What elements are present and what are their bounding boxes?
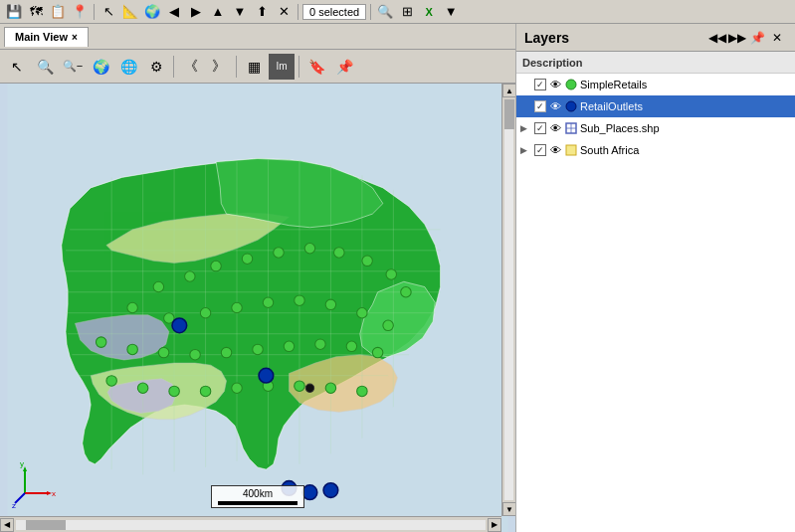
map-svg — [0, 84, 515, 532]
tool-arrow[interactable]: ↖ — [4, 54, 30, 80]
svg-point-63 — [305, 384, 313, 392]
map-view[interactable]: y x z 400km ▲ ▼ — [0, 84, 515, 532]
toolbar-icon-arrow-up[interactable]: ▲ — [208, 2, 228, 22]
tool-globe-full[interactable]: 🌐 — [115, 54, 141, 80]
layers-panel: Layers ◀◀ ▶▶ 📌 ✕ Description ✓ 👁 Simple — [516, 24, 795, 532]
layers-forward-button[interactable]: ▶▶ — [727, 28, 747, 48]
toolbar-icon-table[interactable]: ⊞ — [397, 2, 417, 22]
layers-header: Layers ◀◀ ▶▶ 📌 ✕ — [516, 24, 795, 52]
svg-point-34 — [263, 297, 273, 307]
svg-point-30 — [127, 302, 137, 312]
tool-settings[interactable]: ⚙ — [143, 54, 169, 80]
layer-visibility-retailoutlets[interactable]: 👁 — [548, 99, 562, 113]
main-view-tab-label: Main View — [15, 31, 68, 43]
svg-text:y: y — [20, 459, 24, 468]
separator-2 — [298, 4, 298, 20]
svg-point-32 — [200, 308, 210, 318]
layers-close-button[interactable]: ✕ — [767, 28, 787, 48]
scroll-down-button[interactable]: ▼ — [502, 502, 515, 516]
toolbar-icon-arrow-down[interactable]: ▼ — [230, 2, 250, 22]
tool-zoom-in[interactable]: 🔍 — [32, 54, 58, 80]
toolbar-icon-arrow-right[interactable]: ▶ — [186, 2, 206, 22]
scroll-track-horizontal[interactable] — [16, 520, 486, 530]
layers-title: Layers — [524, 30, 707, 46]
layers-list: ✓ 👁 SimpleRetails ✓ 👁 RetailOutlets — [516, 74, 795, 532]
svg-point-49 — [106, 376, 116, 386]
layers-column-header: Description — [516, 52, 795, 74]
tools-sep-3 — [298, 56, 299, 78]
map-panel: Main View × ↖ 🔍 🔍− 🌍 🌐 ⚙ 《 》 ▦ Im 🔖 📌 — [0, 24, 516, 532]
svg-point-48 — [372, 347, 382, 357]
tool-bookmark[interactable]: 🔖 — [303, 54, 329, 80]
map-scrollbar-horizontal[interactable]: ◀ ▶ — [0, 516, 501, 532]
separator-3 — [370, 4, 371, 20]
svg-point-28 — [386, 269, 396, 279]
layers-back-button[interactable]: ◀◀ — [707, 28, 727, 48]
svg-point-37 — [357, 308, 367, 318]
tool-globe-zoom[interactable]: 🌍 — [88, 54, 113, 80]
scroll-thumb-horizontal[interactable] — [26, 520, 66, 530]
svg-point-55 — [295, 381, 304, 391]
toolbar-icon-layers[interactable]: 📋 — [48, 2, 68, 22]
layer-expand-subplaces: ▶ — [520, 123, 532, 133]
toolbar-icon-cursor[interactable]: ↖ — [99, 2, 118, 22]
layer-item-simpleretails[interactable]: ✓ 👁 SimpleRetails — [516, 74, 795, 95]
layer-symbol-subplaces — [564, 121, 578, 135]
scroll-up-button[interactable]: ▲ — [502, 84, 515, 97]
layer-name-simpleretails: SimpleRetails — [580, 79, 791, 90]
layer-item-subplaces[interactable]: ▶ ✓ 👁 Sub_Places.shp — [516, 117, 795, 139]
layer-item-retailoutlets[interactable]: ✓ 👁 RetailOutlets — [516, 95, 795, 117]
toolbar-icon-identify[interactable]: 🔍 — [375, 2, 395, 22]
layer-visibility-southafrica[interactable]: 👁 — [548, 143, 562, 157]
svg-line-70 — [15, 493, 25, 503]
map-scrollbar-vertical[interactable]: ▲ ▼ — [501, 84, 515, 516]
toolbar-icon-navigate[interactable]: ⬆ — [252, 2, 272, 22]
svg-point-21 — [185, 271, 195, 281]
toolbar-icon-globe[interactable]: 🌍 — [142, 2, 162, 22]
scroll-thumb-vertical[interactable] — [504, 99, 514, 129]
scroll-track-vertical[interactable] — [504, 99, 513, 500]
svg-point-40 — [127, 344, 137, 354]
tab-close-button[interactable]: × — [72, 32, 78, 43]
toolbar-icon-excel[interactable]: X — [419, 2, 439, 22]
layers-column-description: Description — [522, 57, 583, 69]
tool-image[interactable]: Im — [269, 54, 295, 80]
scale-bar: 400km — [211, 485, 304, 508]
tool-zoom-out[interactable]: 🔍− — [60, 54, 86, 80]
layer-checkbox-subplaces[interactable]: ✓ — [534, 122, 546, 134]
layers-pin-button[interactable]: 📌 — [747, 28, 767, 48]
toolbar-icon-map[interactable]: 🗺 — [26, 2, 46, 22]
svg-text:x: x — [52, 489, 56, 498]
toolbar-icon-location[interactable]: 📍 — [70, 2, 90, 22]
selected-count: 0 selected — [302, 4, 366, 20]
tool-back[interactable]: 《 — [178, 54, 204, 80]
svg-point-41 — [158, 347, 168, 357]
toolbar-icon-select-x[interactable]: ✕ — [274, 2, 294, 22]
layer-visibility-subplaces[interactable]: 👁 — [548, 121, 562, 135]
svg-point-58 — [172, 318, 187, 333]
svg-point-22 — [211, 261, 221, 270]
svg-point-33 — [232, 302, 242, 312]
tool-pin[interactable]: 📌 — [331, 54, 357, 80]
layer-checkbox-retailoutlets[interactable]: ✓ — [534, 100, 546, 112]
svg-point-23 — [242, 254, 252, 264]
svg-point-42 — [190, 349, 200, 359]
toolbar-icon-arrow-left[interactable]: ◀ — [164, 2, 184, 22]
svg-point-36 — [325, 299, 335, 309]
layer-name-southafrica: South Africa — [580, 144, 791, 156]
layer-checkbox-simpleretails[interactable]: ✓ — [534, 79, 546, 90]
tool-forward[interactable]: 》 — [206, 54, 232, 80]
main-view-tab[interactable]: Main View × — [4, 27, 89, 47]
layer-item-southafrica[interactable]: ▶ ✓ 👁 South Africa — [516, 139, 795, 161]
scroll-left-button[interactable]: ◀ — [0, 518, 14, 532]
svg-point-26 — [334, 248, 344, 258]
layer-visibility-simpleretails[interactable]: 👁 — [548, 78, 562, 91]
toolbar-icon-measure[interactable]: 📐 — [120, 2, 140, 22]
map-tools: ↖ 🔍 🔍− 🌍 🌐 ⚙ 《 》 ▦ Im 🔖 📌 — [0, 50, 515, 84]
toolbar-icon-dropdown[interactable]: ▼ — [441, 2, 461, 22]
scroll-right-button[interactable]: ▶ — [488, 518, 501, 532]
toolbar-icon-save[interactable]: 💾 — [4, 2, 24, 22]
layer-checkbox-southafrica[interactable]: ✓ — [534, 144, 546, 156]
tool-grid[interactable]: ▦ — [241, 54, 267, 80]
svg-point-56 — [325, 383, 335, 393]
